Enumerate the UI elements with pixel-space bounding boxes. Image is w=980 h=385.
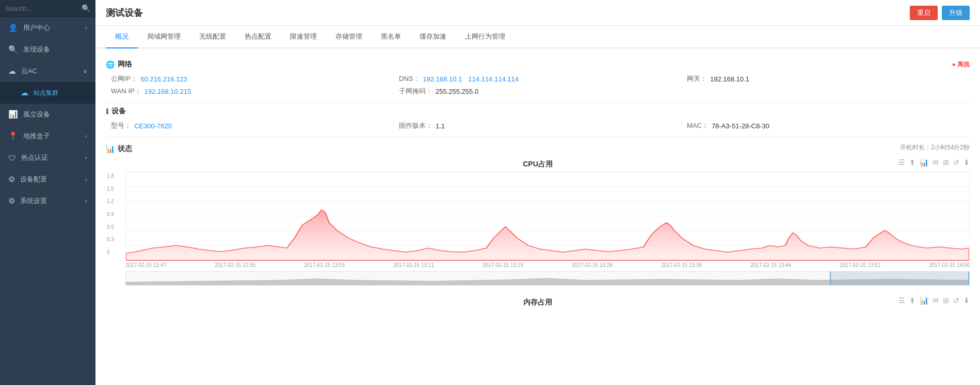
cpu-chart-title: CPU占用 xyxy=(394,160,682,169)
mem-toolbar-upload-icon[interactable]: ⬆ xyxy=(909,296,915,305)
cpu-chart-svg xyxy=(126,172,969,261)
toolbar-upload-icon[interactable]: ⬆ xyxy=(909,158,915,166)
dns-value1[interactable]: 192.168.10.1 xyxy=(423,75,462,83)
device-section-title: ℹ 设备 xyxy=(106,107,970,116)
dns-row: DNS： 192.168.10.1 114.114.114.114 xyxy=(399,74,682,83)
page-title: 测试设备 xyxy=(106,7,143,19)
sidebar: 🔍 👤 用户中心 ‹ 🔍 发现设备 ☁ 云AC ∨ ☁ 站点集群 📊 孤立设备 … xyxy=(0,0,95,385)
sidebar-item-label: 站点集群 xyxy=(34,89,58,97)
sidebar-item-label: 发现设备 xyxy=(23,45,50,54)
location-icon: 📍 xyxy=(8,131,18,141)
sidebar-item-label: 孤立设备 xyxy=(23,110,50,119)
subnet-mask-row: 子网掩码： 255.255.255.0 xyxy=(399,87,682,96)
search-input[interactable] xyxy=(5,5,79,12)
sidebar-item-standalone-devices[interactable]: 📊 孤立设备 xyxy=(0,104,95,125)
toolbar-mail-icon[interactable]: ✉ xyxy=(933,158,939,166)
gateway-value: 192.168.10.1 xyxy=(710,75,749,83)
tab-cache-accel[interactable]: 缓存加速 xyxy=(410,26,456,48)
arrow-icon: ‹ xyxy=(85,25,87,31)
sidebar-item-hotspot-auth[interactable]: 🛡 热点认证 ‹ xyxy=(0,147,95,169)
mem-toolbar-table-icon[interactable]: ☰ xyxy=(898,296,905,305)
memory-chart-header: 内存占用 ☰ ⬆ 📊 ✉ ⊞ ↺ ⬇ xyxy=(106,294,970,309)
mem-toolbar-bar-icon[interactable]: 📊 xyxy=(920,296,928,305)
settings-icon: ⚙ xyxy=(8,196,15,206)
upgrade-button[interactable]: 升级 xyxy=(942,6,970,20)
online-status: ● 离线 xyxy=(952,60,970,69)
memory-chart-toolbar: ☰ ⬆ 📊 ✉ ⊞ ↺ ⬇ xyxy=(682,296,970,305)
mem-toolbar-grid-icon[interactable]: ⊞ xyxy=(943,296,949,305)
cloud-icon: ☁ xyxy=(8,66,16,76)
tab-storage-mgmt[interactable]: 存储管理 xyxy=(326,26,372,48)
cpu-chart-toolbar: ☰ ⬆ 📊 ✉ ⊞ ↺ ⬇ xyxy=(682,158,970,166)
cpu-chart-container: CPU占用 ☰ ⬆ 📊 ✉ ⊞ ↺ ⬇ 1.8 1.5 1.2 0.9 xyxy=(106,156,970,286)
chevron-down-icon: ∨ xyxy=(83,68,87,75)
mem-toolbar-mail-icon[interactable]: ✉ xyxy=(933,296,939,305)
mem-toolbar-download-icon[interactable]: ⬇ xyxy=(963,296,970,305)
network-title-label: 网络 xyxy=(118,60,132,69)
tab-lan-mgmt[interactable]: 局域网管理 xyxy=(138,26,190,48)
public-ip-row: 公网IP： 60.216.216.123 xyxy=(111,74,394,83)
sidebar-item-site-cluster[interactable]: ☁ 站点集群 xyxy=(0,82,95,104)
tab-bar: 概况 局域网管理 无线配置 热点配置 限速管理 存储管理 黑名单 缓存加速 上网… xyxy=(95,26,980,48)
mac-value: 78-A3-51-28-C8-30 xyxy=(712,122,769,130)
sidebar-item-label: 设备配置 xyxy=(20,175,47,184)
shield-icon: 🛡 xyxy=(8,154,16,162)
model-value[interactable]: CE300-7620 xyxy=(134,122,172,130)
wan-ip-label: WAN IP： xyxy=(111,87,141,96)
sidebar-item-device-config[interactable]: ⚙ 设备配置 ‹ xyxy=(0,169,95,190)
toolbar-grid-icon[interactable]: ⊞ xyxy=(943,158,949,166)
status-section-header: 📊 状态 开机时长：2小时54分2秒 xyxy=(106,141,970,154)
toolbar-download-icon[interactable]: ⬇ xyxy=(963,158,970,166)
gateway-row: 网关： 192.168.10.1 xyxy=(687,74,970,83)
tab-behavior-mgmt[interactable]: 上网行为管理 xyxy=(456,26,515,48)
dns-value2[interactable]: 114.114.114.114 xyxy=(468,75,519,83)
search-bar[interactable]: 🔍 xyxy=(0,0,95,17)
info-icon: ℹ xyxy=(106,107,108,115)
device-title-label: 设备 xyxy=(111,107,126,116)
mem-toolbar-refresh-icon[interactable]: ↺ xyxy=(953,296,959,305)
sidebar-item-discover-devices[interactable]: 🔍 发现设备 xyxy=(0,39,95,60)
tab-hotspot-config[interactable]: 热点配置 xyxy=(235,26,281,48)
status-section-title: 📊 状态 xyxy=(106,144,132,154)
arrow-icon: ‹ xyxy=(85,155,87,161)
user-icon: 👤 xyxy=(8,23,18,32)
restart-button[interactable]: 重启 xyxy=(910,6,938,20)
arrow-icon: ‹ xyxy=(85,198,87,204)
toolbar-table-icon[interactable]: ☰ xyxy=(898,158,905,166)
scroll-handle[interactable] xyxy=(830,272,969,285)
wan-ip-value[interactable]: 192.168.10.215 xyxy=(144,88,191,95)
public-ip-value[interactable]: 60.216.216.123 xyxy=(140,75,187,83)
tab-overview[interactable]: 概况 xyxy=(106,26,138,48)
dns-label: DNS： xyxy=(399,74,420,83)
page-header: 测试设备 重启 升级 xyxy=(95,0,980,26)
tab-wireless-config[interactable]: 无线配置 xyxy=(190,26,235,48)
gateway-label: 网关： xyxy=(687,74,707,83)
sidebar-item-system-settings[interactable]: ⚙ 系统设置 ‹ xyxy=(0,190,95,212)
subnet-mask-value: 255.255.255.0 xyxy=(436,88,478,95)
toolbar-bar-chart-icon[interactable]: 📊 xyxy=(920,158,928,166)
globe-icon: 🌐 xyxy=(106,60,115,69)
sidebar-item-label: 系统设置 xyxy=(20,196,47,206)
tab-speed-limit[interactable]: 限速管理 xyxy=(281,26,326,48)
uptime-text: 开机时长：2小时54分2秒 xyxy=(900,143,970,152)
subnet-mask-label: 子网掩码： xyxy=(399,87,432,96)
mini-scroll-bar[interactable] xyxy=(125,271,970,286)
model-row: 型号： CE300-7620 xyxy=(111,121,394,130)
firmware-label: 固件版本： xyxy=(399,121,432,130)
main-content: 测试设备 重启 升级 概况 局域网管理 无线配置 热点配置 限速管理 存储管理 … xyxy=(95,0,980,385)
tab-blacklist[interactable]: 黑名单 xyxy=(372,26,410,48)
discover-icon: 🔍 xyxy=(8,45,18,54)
sidebar-item-geo-box[interactable]: 📍 地推盒子 ‹ xyxy=(0,125,95,147)
bar-chart-icon: 📊 xyxy=(8,110,18,119)
firmware-value: 1.1 xyxy=(436,122,445,130)
header-buttons: 重启 升级 xyxy=(910,6,970,20)
sidebar-item-user-center[interactable]: 👤 用户中心 ‹ xyxy=(0,17,95,39)
cpu-chart-area: 1.8 1.5 1.2 0.9 0.6 0.3 0 xyxy=(106,171,970,261)
sidebar-item-cloud-ac[interactable]: ☁ 云AC ∨ xyxy=(0,60,95,82)
toolbar-refresh-icon[interactable]: ↺ xyxy=(953,158,959,166)
arrow-icon: ‹ xyxy=(85,133,87,139)
model-label: 型号： xyxy=(111,121,131,130)
cluster-icon: ☁ xyxy=(21,88,28,97)
cpu-chart-svg-wrap xyxy=(125,171,970,261)
mac-label: MAC： xyxy=(687,121,709,130)
